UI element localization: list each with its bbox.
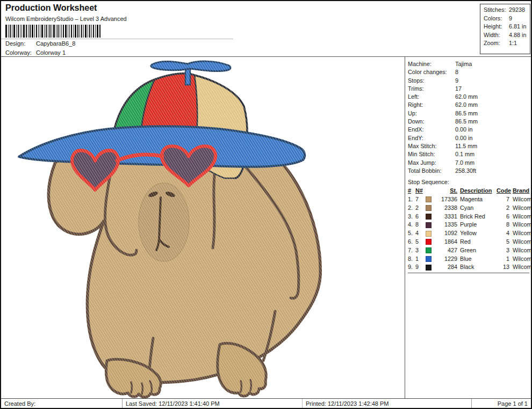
thread-code: 1 [497, 255, 509, 264]
thread-brand: Wilcom [510, 255, 532, 264]
stitch-texture-overlay [1, 57, 405, 398]
machine-info-value: 0.00 in [455, 134, 472, 142]
machine-info-label: EndY: [408, 134, 455, 142]
thread-code: 13 [497, 263, 509, 272]
stop-stitch-count: 284 [435, 263, 457, 272]
machine-info-value: 11.5 mm [455, 142, 477, 150]
stop-sequence-header-row: # N# St. Description Code Brand [408, 187, 529, 195]
machine-info-label: Color changes: [408, 68, 455, 76]
worksheet-footer: Created By: Last Saved: 12/11/2023 1:41:… [1, 398, 531, 408]
machine-info-label: Trims: [408, 85, 455, 93]
stat-label: Colors: [484, 14, 509, 23]
stop-stitch-count: 3331 [435, 213, 457, 221]
machine-info-value: 62.0 mm [455, 93, 478, 101]
capybara-embroidery-design [1, 57, 405, 398]
stop-needle: 7 [415, 195, 425, 204]
machine-info-value: 9 [455, 77, 458, 85]
stop-needle: 5 [415, 238, 425, 246]
thread-brand: Wilcom [510, 238, 532, 246]
thread-description: Black [458, 263, 496, 272]
stop-num: 8. [408, 255, 415, 264]
machine-info-row: Trims: 17 [408, 85, 531, 93]
thread-description: Yellow [458, 229, 496, 238]
machine-info-label: Right: [408, 101, 455, 109]
last-saved-cell: Last Saved: 12/11/2023 1:41:40 PM [123, 399, 303, 408]
stat-row: Width: 4.88 in [484, 31, 529, 40]
thread-description: Cyan [458, 204, 496, 213]
stop-sequence-row: 5. 4 1092 Yellow 4 Wilcom [408, 229, 529, 238]
created-by-cell: Created By: [1, 399, 123, 408]
stop-stitch-count: 2338 [435, 204, 457, 213]
stop-sequence-row: 1. 7 17336 Magenta 7 Wilcom [408, 195, 529, 204]
app-subtitle: Wilcom EmbroideryStudio – Level 3 Advanc… [5, 16, 127, 22]
machine-info-label: Stops: [408, 77, 455, 85]
thread-color-swatch [426, 239, 432, 245]
thread-brand: Wilcom [510, 204, 532, 213]
thread-code: 7 [497, 195, 509, 204]
machine-info-value: 8 [455, 68, 458, 76]
thread-color-swatch [426, 214, 432, 220]
header-divider [1, 39, 233, 39]
thread-color-swatch [426, 231, 432, 237]
stat-row: Stitches: 29238 [484, 6, 529, 14]
thread-code: 3 [497, 246, 509, 255]
thread-description: Red [458, 238, 496, 246]
thread-description: Blue [458, 255, 496, 264]
colorway-value: Colorway 1 [36, 49, 66, 56]
machine-info-row: EndY: 0.00 in [408, 134, 531, 142]
stat-row: Colors: 9 [484, 14, 529, 23]
stop-sequence-bottom-rule [408, 273, 529, 273]
machine-info-label: Max Jump: [408, 159, 455, 167]
design-label: Design: [5, 40, 36, 47]
machine-info-value: 86.5 mm [455, 109, 478, 118]
machine-info-row: Max Jump: 7.0 mm [408, 159, 531, 167]
thread-description: Green [458, 246, 496, 255]
machine-info-value: 0.00 in [455, 126, 472, 134]
page-title: Production Worksheet [5, 3, 97, 13]
stop-needle: 9 [415, 263, 425, 272]
machine-info-row: Total Bobbin: 258.30ft [408, 167, 531, 175]
colorway-label: Colorway: [5, 49, 36, 56]
machine-info-row: Machine: Tajima [408, 60, 531, 68]
stop-num: 5. [408, 229, 415, 238]
thread-description: Brick Red [458, 213, 496, 221]
thread-brand: Wilcom [510, 229, 532, 238]
stat-value: 6.81 in [509, 23, 526, 31]
stop-stitch-count: 17336 [435, 195, 457, 204]
stop-sequence-table: # N# St. Description Code Brand 1. 7 173… [405, 187, 531, 273]
machine-info-label: Left: [408, 93, 455, 101]
stop-stitch-count: 1229 [435, 255, 457, 264]
machine-info-list: Machine: Tajima Color changes: 8 Stops: … [405, 57, 531, 175]
thread-code: 8 [497, 221, 509, 229]
thread-code: 6 [497, 213, 509, 221]
stat-value: 9 [509, 14, 512, 23]
col-num: # [408, 187, 415, 195]
thread-brand: Wilcom [510, 195, 532, 204]
stat-value: 1:1 [509, 39, 517, 48]
machine-info-label: Total Bobbin: [408, 167, 455, 175]
machine-info-value: 258.30ft [455, 167, 476, 175]
stop-num: 3. [408, 213, 415, 221]
col-description: Description [458, 187, 496, 195]
stop-sequence-row: 7. 3 427 Green 3 Wilcom [408, 246, 529, 255]
stop-stitch-count: 1864 [435, 238, 457, 246]
machine-info-label: Down: [408, 118, 455, 126]
machine-info-row: Down: 86.5 mm [408, 118, 531, 126]
thread-color-swatch [426, 256, 432, 262]
barcode [5, 25, 101, 38]
col-needle: N# [415, 187, 425, 195]
machine-info-value: Tajima [455, 60, 472, 68]
design-stats-box: Stitches: 29238 Colors: 9 Height: 6.81 i… [480, 4, 530, 54]
stop-num: 9. [408, 263, 415, 272]
machine-info-panel: Machine: Tajima Color changes: 8 Stops: … [405, 57, 531, 398]
stop-sequence-row: 3. 6 3331 Brick Red 6 Wilcom [408, 213, 529, 221]
stop-num: 1. [408, 195, 415, 204]
stop-sequence-title: Stop Sequence: [405, 175, 531, 187]
col-brand: Brand [510, 187, 532, 195]
stop-needle: 4 [415, 229, 425, 238]
stop-stitch-count: 427 [435, 246, 457, 255]
thread-code: 4 [497, 229, 509, 238]
stop-stitch-count: 1092 [435, 229, 457, 238]
machine-info-value: 17 [455, 85, 462, 93]
machine-info-label: Up: [408, 109, 455, 118]
